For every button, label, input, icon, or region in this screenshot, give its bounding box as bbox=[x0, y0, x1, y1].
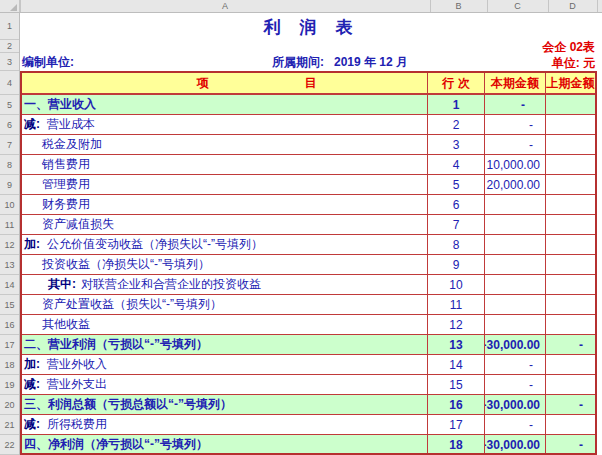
cell-current-amount[interactable]: -30,000.00 bbox=[485, 435, 546, 455]
cell-line-no[interactable]: 16 bbox=[428, 395, 485, 415]
row-number[interactable]: 12 bbox=[0, 235, 19, 255]
cell-line-no[interactable]: 11 bbox=[428, 295, 485, 315]
cell-current-amount[interactable] bbox=[485, 315, 546, 335]
column-letter[interactable]: B bbox=[430, 0, 487, 12]
cell-line-no[interactable]: 14 bbox=[428, 355, 485, 375]
cell-item[interactable]: 减:营业成本 bbox=[22, 115, 428, 135]
cell-item[interactable]: 减:所得税费用 bbox=[22, 415, 428, 435]
cell-line-no[interactable]: 17 bbox=[428, 415, 485, 435]
cell-item[interactable]: 其中:对联营企业和合营企业的投资收益 bbox=[22, 275, 428, 295]
cell-prior-amount[interactable] bbox=[546, 195, 595, 215]
select-all-corner[interactable] bbox=[0, 0, 20, 12]
cell-item[interactable]: 其他收益 bbox=[22, 315, 428, 335]
row-number[interactable]: 7 bbox=[0, 135, 19, 155]
cell-line-no[interactable]: 12 bbox=[428, 315, 485, 335]
row-number[interactable]: 5 bbox=[0, 95, 19, 115]
cell-current-amount[interactable]: 20,000.00 bbox=[485, 175, 546, 195]
cell-prior-amount[interactable] bbox=[546, 295, 595, 315]
cell-current-amount[interactable] bbox=[485, 215, 546, 235]
cell-item[interactable]: 资产减值损失 bbox=[22, 215, 428, 235]
cell-current-amount[interactable]: - bbox=[485, 415, 546, 435]
cell-item[interactable]: 减:营业外支出 bbox=[22, 375, 428, 395]
cell-prior-amount[interactable] bbox=[546, 95, 595, 115]
cell-item[interactable]: 投资收益（净损失以“-”号填列） bbox=[22, 255, 428, 275]
cell-current-amount[interactable]: - bbox=[485, 95, 546, 115]
cell-item[interactable]: 加:公允价值变动收益（净损失以“-”号填列） bbox=[22, 235, 428, 255]
column-header-line-no[interactable]: 行 次 bbox=[428, 73, 485, 95]
cell-item[interactable]: 四、净利润（净亏损以“-”号填列） bbox=[22, 435, 428, 455]
row-number[interactable]: 1 bbox=[0, 13, 19, 40]
cell-current-amount[interactable]: - bbox=[485, 135, 546, 155]
row-number[interactable]: 10 bbox=[0, 195, 19, 215]
cell-current-amount[interactable] bbox=[485, 195, 546, 215]
column-header-current-amount[interactable]: 本期金额 bbox=[485, 73, 546, 95]
cell-line-no[interactable]: 18 bbox=[428, 435, 485, 455]
report-title-cell[interactable]: 利 润 表 bbox=[20, 16, 597, 39]
row-number[interactable]: 2 bbox=[0, 40, 19, 53]
cell-line-no[interactable]: 7 bbox=[428, 215, 485, 235]
column-header-prior-amount[interactable]: 上期金额 bbox=[546, 73, 595, 95]
cell-line-no[interactable]: 2 bbox=[428, 115, 485, 135]
cell-prior-amount[interactable] bbox=[546, 275, 595, 295]
row-number[interactable]: 11 bbox=[0, 215, 19, 235]
cell-item[interactable]: 管理费用 bbox=[22, 175, 428, 195]
cell-item[interactable]: 加:营业外收入 bbox=[22, 355, 428, 375]
cell-prior-amount[interactable] bbox=[546, 215, 595, 235]
column-letter[interactable]: A bbox=[20, 0, 430, 12]
cell-line-no[interactable]: 9 bbox=[428, 255, 485, 275]
cell-prior-amount[interactable] bbox=[546, 155, 595, 175]
row-number[interactable]: 20 bbox=[0, 395, 19, 415]
prepared-by-label-cell[interactable]: 编制单位: bbox=[22, 54, 74, 71]
column-letter[interactable]: C bbox=[487, 0, 548, 12]
row-number[interactable]: 6 bbox=[0, 115, 19, 135]
cell-prior-amount[interactable] bbox=[546, 315, 595, 335]
cell-current-amount[interactable] bbox=[485, 255, 546, 275]
cell-prior-amount[interactable] bbox=[546, 115, 595, 135]
cell-line-no[interactable]: 4 bbox=[428, 155, 485, 175]
cell-item[interactable]: 税金及附加 bbox=[22, 135, 428, 155]
cell-prior-amount[interactable] bbox=[546, 175, 595, 195]
cell-current-amount[interactable] bbox=[485, 235, 546, 255]
column-letter[interactable]: D bbox=[548, 0, 597, 12]
currency-unit-cell[interactable]: 单位: 元 bbox=[552, 55, 595, 72]
cell-current-amount[interactable]: 10,000.00 bbox=[485, 155, 546, 175]
cell-line-no[interactable]: 15 bbox=[428, 375, 485, 395]
cell-prior-amount[interactable] bbox=[546, 135, 595, 155]
cell-current-amount[interactable] bbox=[485, 295, 546, 315]
cell-current-amount[interactable]: -30,000.00 bbox=[485, 335, 546, 355]
cell-item[interactable]: 销售费用 bbox=[22, 155, 428, 175]
cell-item[interactable]: 二、营业利润（亏损以“-”号填列） bbox=[22, 335, 428, 355]
cell-prior-amount[interactable] bbox=[546, 255, 595, 275]
cell-current-amount[interactable] bbox=[485, 275, 546, 295]
row-number[interactable]: 21 bbox=[0, 415, 19, 435]
row-number[interactable]: 15 bbox=[0, 295, 19, 315]
row-number[interactable]: 4 bbox=[0, 71, 19, 95]
row-number[interactable]: 9 bbox=[0, 175, 19, 195]
cell-current-amount[interactable]: -30,000.00 bbox=[485, 395, 546, 415]
cell-current-amount[interactable]: - bbox=[485, 355, 546, 375]
row-number[interactable]: 18 bbox=[0, 355, 19, 375]
cell-item[interactable]: 资产处置收益（损失以“-”号填列） bbox=[22, 295, 428, 315]
cell-prior-amount[interactable]: - bbox=[546, 395, 595, 415]
cell-line-no[interactable]: 6 bbox=[428, 195, 485, 215]
cell-line-no[interactable]: 3 bbox=[428, 135, 485, 155]
cell-prior-amount[interactable] bbox=[546, 355, 595, 375]
row-number[interactable]: 16 bbox=[0, 315, 19, 335]
row-number[interactable]: 3 bbox=[0, 53, 19, 71]
row-number[interactable]: 13 bbox=[0, 255, 19, 275]
cell-prior-amount[interactable] bbox=[546, 235, 595, 255]
row-number[interactable]: 19 bbox=[0, 375, 19, 395]
row-number[interactable]: 8 bbox=[0, 155, 19, 175]
cell-prior-amount[interactable] bbox=[546, 375, 595, 395]
period-label-cell[interactable]: 所属期间: bbox=[272, 54, 324, 71]
cell-prior-amount[interactable] bbox=[546, 415, 595, 435]
row-number[interactable]: 14 bbox=[0, 275, 19, 295]
cell-line-no[interactable]: 8 bbox=[428, 235, 485, 255]
cell-item[interactable]: 一、营业收入 bbox=[22, 95, 428, 115]
cell-prior-amount[interactable]: - bbox=[546, 335, 595, 355]
cell-line-no[interactable]: 1 bbox=[428, 95, 485, 115]
cell-line-no[interactable]: 13 bbox=[428, 335, 485, 355]
cell-current-amount[interactable]: - bbox=[485, 375, 546, 395]
cell-item[interactable]: 三、利润总额（亏损总额以“-”号填列） bbox=[22, 395, 428, 415]
period-value-cell[interactable]: 2019 年 12 月 bbox=[334, 54, 408, 71]
